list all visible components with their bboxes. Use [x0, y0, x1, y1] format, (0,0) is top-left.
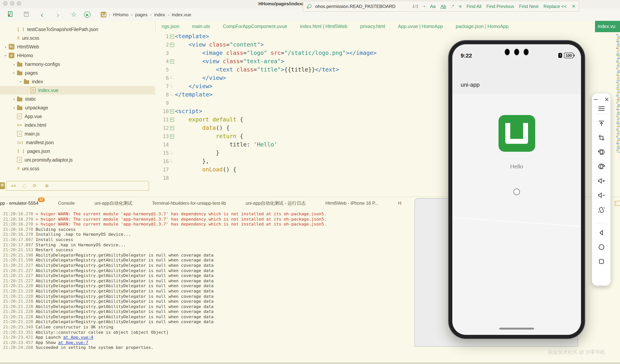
breadcrumb-item[interactable]: pages — [135, 12, 147, 17]
editor-tab[interactable]: main.uts — [186, 21, 217, 32]
tree-item-index-html[interactable]: <>index.html — [0, 121, 155, 129]
tree-item-static[interactable]: ›static — [0, 95, 155, 103]
minimap-mark — [617, 128, 619, 129]
navigate-back-icon[interactable]: ‹ — [36, 12, 48, 17]
tree-item-html5web[interactable]: ›5+Html5Web — [0, 42, 155, 51]
tree-item-index-vue[interactable]: Vindex.vue — [0, 86, 155, 95]
replace-toggle-button[interactable]: Replace << — [543, 4, 567, 9]
tree-item-harmony-configs[interactable]: ›harmony-configs — [0, 60, 155, 68]
android-back-icon[interactable] — [597, 229, 605, 237]
minimap-mark — [617, 85, 619, 86]
search-input[interactable]: ohos.permission.READ_PASTEBOARD — [315, 4, 396, 9]
shake-device-icon[interactable] — [597, 206, 605, 214]
tree-item-pages[interactable]: ›pages — [0, 68, 155, 77]
file-explorer-view-icon[interactable] — [0, 182, 5, 189]
tree-item-app-vue[interactable]: VApp.vue — [0, 112, 155, 121]
breadcrumb-item[interactable]: index.vue — [172, 12, 191, 17]
binoculars-icon[interactable]: ⌖⌖ — [11, 183, 16, 188]
minimize-window-icon[interactable] — [10, 1, 14, 6]
tree-item-manifest-json[interactable]: [⚙]manifest.json — [0, 138, 155, 147]
chevron-right-icon[interactable]: › — [12, 97, 16, 101]
emulator-top-icon[interactable] — [597, 120, 605, 127]
console-tab[interactable]: Console — [58, 200, 75, 206]
tree-item-index[interactable]: ›index — [0, 77, 155, 86]
match-case-toggle[interactable]: Aa — [430, 4, 435, 9]
regex-toggle[interactable]: .* — [451, 4, 454, 9]
tree-item-unpackage[interactable]: ›unpackage — [0, 103, 155, 112]
android-home-icon[interactable] — [597, 243, 605, 251]
find-previous-button[interactable]: Find Previous — [486, 4, 514, 9]
code-line[interactable]: 1<template> — [155, 32, 620, 41]
android-recents-icon[interactable] — [597, 258, 605, 265]
chevron-down-icon[interactable]: › — [12, 71, 16, 75]
log-source-link[interactable]: at App.vue:7 — [58, 340, 88, 345]
emulator-screenshot-crop-icon[interactable] — [597, 134, 605, 141]
find-next-button[interactable]: Find Next — [519, 4, 539, 9]
new-file-icon[interactable] — [4, 11, 16, 18]
tree-item-pages-json[interactable]: [ ]pages.json — [0, 147, 155, 155]
emulator-menu-icon[interactable] — [597, 106, 605, 112]
minimap-mark — [617, 78, 620, 79]
rotate-right-icon[interactable] — [597, 163, 605, 170]
tree-item-main-js[interactable]: Jmain.js — [0, 129, 155, 138]
fold-collapse-icon[interactable] — [169, 43, 175, 47]
console-tab[interactable]: uni-app自动化测试 - 运行日志 — [246, 200, 306, 206]
editor-tab[interactable]: ngs.json — [155, 21, 186, 32]
log-source-link[interactable]: at App.vue:4 — [63, 335, 93, 340]
publish-icon[interactable]: ⟳ — [33, 183, 36, 188]
editor-minimap[interactable] — [616, 34, 620, 153]
editor-tab[interactable]: index.html | Html5Web — [294, 21, 354, 32]
chevron-down-icon[interactable]: › — [18, 80, 23, 83]
run-icon[interactable]: ▶ — [84, 11, 95, 18]
fold-collapse-icon[interactable] — [169, 118, 175, 122]
chevron-right-icon[interactable]: › — [12, 105, 16, 110]
web-icon[interactable]: ⊕ — [45, 183, 49, 188]
tree-item-uni-scss[interactable]: Suni.scss — [0, 164, 155, 173]
editor-tab[interactable]: index.vu — [595, 21, 620, 32]
save-icon[interactable] — [20, 11, 32, 18]
close-window-icon[interactable] — [3, 1, 8, 6]
log-timestamp: 21:20:16.270 — [3, 227, 36, 232]
editor-tab[interactable]: App.uvue | HomoApp — [392, 21, 449, 32]
fold-collapse-icon[interactable] — [169, 109, 175, 113]
emulator-close-icon[interactable] — [604, 96, 610, 103]
tree-item-hhomo[interactable]: ›uHHomo — [0, 51, 155, 60]
emulator-minimize-icon[interactable] — [593, 96, 599, 103]
console-tab[interactable]: uni-app自动化测试 — [94, 200, 132, 206]
fold-collapse-icon[interactable] — [169, 134, 175, 138]
minimap-mark — [617, 146, 620, 147]
navigate-forward-icon[interactable]: › — [52, 12, 63, 17]
camera-cutout — [505, 49, 528, 55]
phone-screen[interactable]: 9:22 ! 100 uni-app Hello — [452, 44, 581, 335]
vue-file-icon: V — [17, 114, 22, 119]
list-results-icon[interactable]: ≡ — [459, 4, 462, 9]
volume-up-icon[interactable] — [597, 177, 605, 185]
tree-item-testcasetosnapshotfilepath-json[interactable]: [ ]testCaseToSnapshotFilePath.json — [0, 25, 155, 34]
find-all-button[interactable]: Find All — [466, 4, 481, 9]
console-tab[interactable]: Html5Web - iPhone 16 P... — [325, 200, 378, 206]
fold-collapse-icon[interactable] — [169, 59, 175, 63]
close-find-icon[interactable]: ✕ — [572, 3, 576, 9]
zoom-window-icon[interactable] — [17, 1, 21, 6]
fold-collapse-icon[interactable] — [169, 34, 175, 38]
whole-word-toggle[interactable]: Ab — [441, 4, 446, 9]
chevron-right-icon[interactable]: › — [12, 62, 16, 66]
terminal-icon[interactable]: >_ — [615, 201, 620, 206]
volume-down-icon[interactable] — [597, 191, 605, 199]
console-tab[interactable]: H — [398, 200, 402, 206]
fold-collapse-icon[interactable] — [169, 126, 175, 130]
editor-tab[interactable]: package.json | HomoApp — [449, 21, 515, 32]
console-tab[interactable]: Terminal-hbuilderx-for-uniapp-test-lib — [152, 200, 226, 206]
chevron-down-icon[interactable]: ▾ — [423, 4, 425, 8]
editor-tab[interactable]: privacy.html — [354, 21, 392, 32]
breadcrumb-item[interactable]: HHomo — [113, 12, 128, 17]
editor-tab[interactable]: CompForAppComponent.uvue — [217, 21, 294, 32]
rotate-left-icon[interactable] — [597, 148, 605, 156]
console-tab[interactable]: App - emulator-555437 — [0, 200, 38, 206]
tree-item-uni-scss[interactable]: Suni.scss — [0, 34, 155, 42]
chevron-down-icon[interactable]: › — [3, 54, 8, 57]
breadcrumb-item[interactable]: index — [154, 12, 165, 17]
star-icon[interactable]: ☆ — [68, 11, 79, 18]
tree-item-uni-promisify-adaptor-js[interactable]: Juni.promisify.adaptor.js — [0, 155, 155, 164]
chevron-right-icon[interactable]: › — [4, 45, 8, 49]
